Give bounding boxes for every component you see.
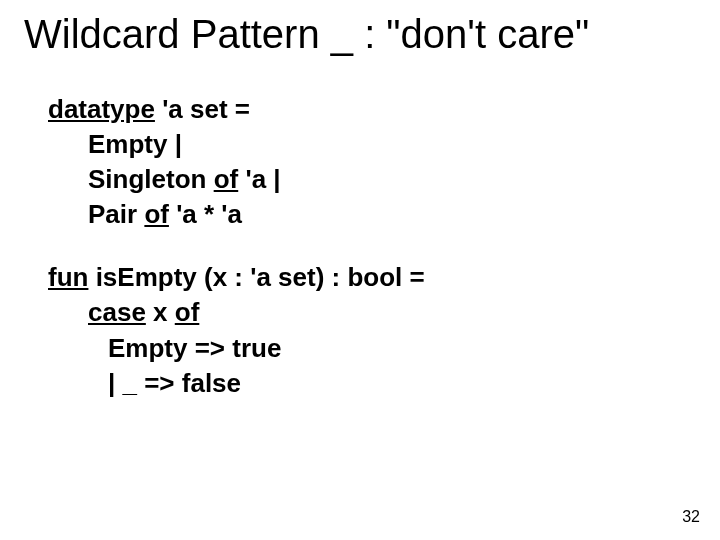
datatype-block: datatype 'a set = Empty | Singleton of '…: [48, 92, 672, 232]
code-text: x: [146, 297, 175, 327]
keyword-of: of: [214, 164, 239, 194]
keyword-of: of: [144, 199, 169, 229]
fun-block: fun isEmpty (x : 'a set) : bool = case x…: [48, 260, 672, 400]
code-text: isEmpty (x : 'a set) : bool =: [88, 262, 424, 292]
code-text: Pair: [88, 199, 144, 229]
code-text: 'a * 'a: [169, 199, 242, 229]
code-line-8: | _ => false: [48, 366, 672, 401]
code-line-3: Singleton of 'a |: [48, 162, 672, 197]
code-block: datatype 'a set = Empty | Singleton of '…: [48, 92, 672, 429]
keyword-datatype: datatype: [48, 94, 155, 124]
code-line-1: datatype 'a set =: [48, 92, 672, 127]
slide: Wildcard Pattern _ : "don't care" dataty…: [0, 0, 720, 540]
code-line-2: Empty |: [48, 127, 672, 162]
code-line-5: fun isEmpty (x : 'a set) : bool =: [48, 260, 672, 295]
page-number: 32: [682, 508, 700, 526]
slide-title: Wildcard Pattern _ : "don't care": [24, 12, 696, 56]
code-line-4: Pair of 'a * 'a: [48, 197, 672, 232]
code-text: 'a set =: [155, 94, 250, 124]
code-text: 'a |: [238, 164, 280, 194]
code-line-7: Empty => true: [48, 331, 672, 366]
code-line-6: case x of: [48, 295, 672, 330]
code-text: Singleton: [88, 164, 214, 194]
keyword-of: of: [175, 297, 200, 327]
keyword-fun: fun: [48, 262, 88, 292]
keyword-case: case: [88, 297, 146, 327]
